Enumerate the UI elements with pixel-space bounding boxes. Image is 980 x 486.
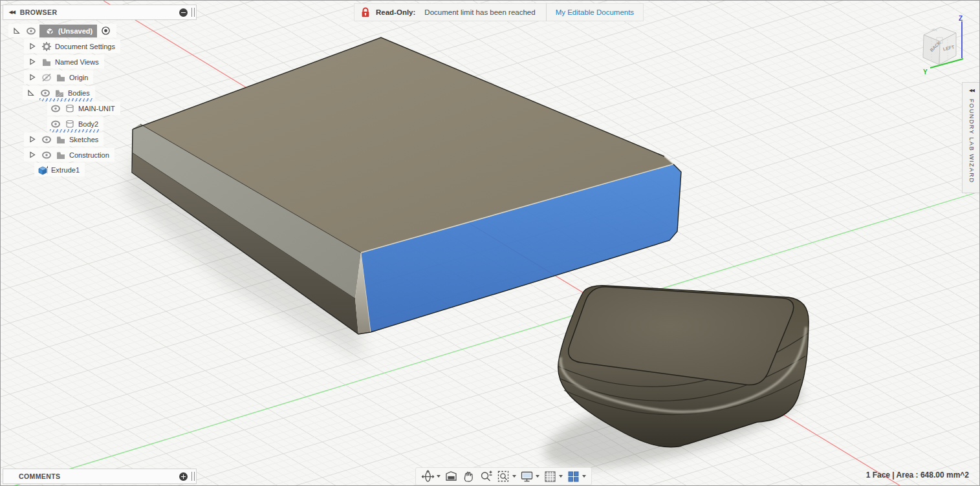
read-only-message: Document limit has been reached — [424, 8, 535, 16]
folder-icon — [55, 134, 66, 145]
document-cube-icon — [44, 26, 55, 36]
activate-radio-icon[interactable] — [100, 26, 111, 36]
collapsed-triangle-icon[interactable] — [27, 41, 38, 52]
visibility-eye-icon[interactable] — [50, 103, 61, 114]
collapsed-triangle-icon[interactable] — [27, 150, 38, 160]
panel-resize-grip[interactable] — [191, 8, 195, 17]
collapsed-triangle-icon[interactable] — [27, 72, 38, 83]
display-settings-icon[interactable] — [518, 469, 541, 484]
browser-row-sketches[interactable]: Sketches — [24, 132, 103, 146]
browser-panel-title: BROWSER — [20, 8, 58, 16]
row-label: Origin — [69, 74, 88, 81]
viewports-dropdown-caret[interactable] — [582, 475, 586, 478]
model-viewport[interactable]: BACK LEFT TOP Z Y — [1, 1, 980, 486]
collapsed-triangle-icon[interactable] — [27, 134, 38, 145]
row-label: Sketches — [69, 136, 98, 143]
foundry-lab-wizard-panel[interactable]: ◀◀ FOUNDRY LAB WIZARD — [962, 82, 980, 193]
visibility-eye-icon[interactable] — [41, 150, 52, 160]
navigation-toolbar — [415, 467, 592, 485]
expanded-triangle-icon[interactable] — [25, 88, 36, 98]
panel-resize-grip[interactable] — [191, 472, 195, 481]
z-axis-label: Z — [959, 15, 963, 22]
folder-icon — [55, 72, 66, 83]
extrude-feature-icon — [37, 165, 48, 175]
visibility-off-eye-icon[interactable] — [41, 72, 52, 83]
minimize-panel-icon[interactable] — [179, 8, 188, 17]
browser-row-origin[interactable]: Origin — [24, 70, 93, 84]
folder-icon — [41, 57, 52, 67]
row-label: Construction — [69, 151, 109, 159]
banner-divider — [546, 3, 547, 21]
browser-row-main-unit[interactable]: MAIN-UNIT — [47, 101, 120, 115]
read-only-label: Read-Only: — [376, 8, 415, 16]
selection-status-text: 1 Face | Area : 648.00 mm^2 — [866, 470, 969, 480]
body-cylinder-icon — [64, 103, 75, 114]
folder-icon — [54, 88, 65, 98]
orbit-dropdown-caret[interactable] — [437, 475, 441, 478]
add-comment-icon[interactable] — [179, 472, 188, 481]
row-label: Named Views — [55, 58, 99, 66]
orbit-icon[interactable] — [419, 469, 442, 484]
look-at-icon[interactable] — [442, 469, 460, 484]
row-label: (Unsaved) — [58, 27, 93, 35]
collapsed-triangle-icon[interactable] — [27, 57, 38, 67]
visibility-eye-icon[interactable] — [25, 26, 36, 36]
comments-title: COMMENTS — [19, 472, 60, 480]
fusion-window: BACK LEFT TOP Z Y ◀◀ BROWSER (Unsaved) — [0, 0, 980, 486]
expanded-triangle-icon[interactable] — [11, 26, 22, 36]
fit-icon[interactable] — [495, 469, 518, 484]
row-label: Body2 — [78, 120, 98, 128]
root-document-highlight[interactable]: (Unsaved) — [39, 25, 97, 37]
lock-icon — [360, 7, 371, 17]
grid-snaps-icon[interactable] — [541, 469, 565, 484]
folder-icon — [55, 150, 66, 160]
gear-icon — [41, 41, 52, 52]
browser-row-bodies[interactable]: Bodies — [23, 86, 95, 100]
browser-row-named-views[interactable]: Named Views — [24, 55, 104, 69]
browser-row-extrude1[interactable]: Extrude1 — [34, 163, 85, 176]
browser-row-construction[interactable]: Construction — [24, 148, 114, 162]
viewcube-top-label: TOP — [931, 28, 938, 32]
fit-dropdown-caret[interactable] — [512, 475, 516, 478]
visibility-eye-icon[interactable] — [41, 134, 52, 145]
row-label: Bodies — [68, 89, 90, 97]
comments-panel-header: COMMENTS — [3, 469, 197, 484]
grid-dropdown-caret[interactable] — [559, 475, 563, 478]
y-axis-label: Y — [923, 69, 928, 76]
viewports-icon[interactable] — [565, 469, 588, 484]
display-dropdown-caret[interactable] — [536, 475, 539, 478]
browser-panel-header: ◀◀ BROWSER — [3, 5, 197, 20]
collapse-panel-icon[interactable]: ◀◀ — [9, 10, 15, 15]
browser-row-document-settings[interactable]: Document Settings — [24, 39, 120, 53]
visibility-eye-icon[interactable] — [39, 88, 50, 98]
body-cylinder-icon — [64, 119, 75, 129]
zoom-icon[interactable] — [477, 469, 495, 484]
browser-row-root[interactable]: (Unsaved) — [8, 24, 116, 37]
right-panel-title: FOUNDRY LAB WIZARD — [968, 99, 975, 183]
expand-panel-icon[interactable]: ◀◀ — [969, 88, 974, 93]
row-label: Extrude1 — [51, 166, 80, 174]
visibility-eye-icon[interactable] — [50, 119, 61, 129]
pan-icon[interactable] — [460, 469, 477, 484]
row-label: Document Settings — [55, 43, 115, 50]
read-only-banner: Read-Only: Document limit has been reach… — [354, 3, 644, 21]
browser-row-body2[interactable]: Body2 — [47, 117, 103, 131]
my-editable-documents-link[interactable]: My Editable Documents — [556, 8, 634, 16]
row-label: MAIN-UNIT — [78, 105, 115, 112]
